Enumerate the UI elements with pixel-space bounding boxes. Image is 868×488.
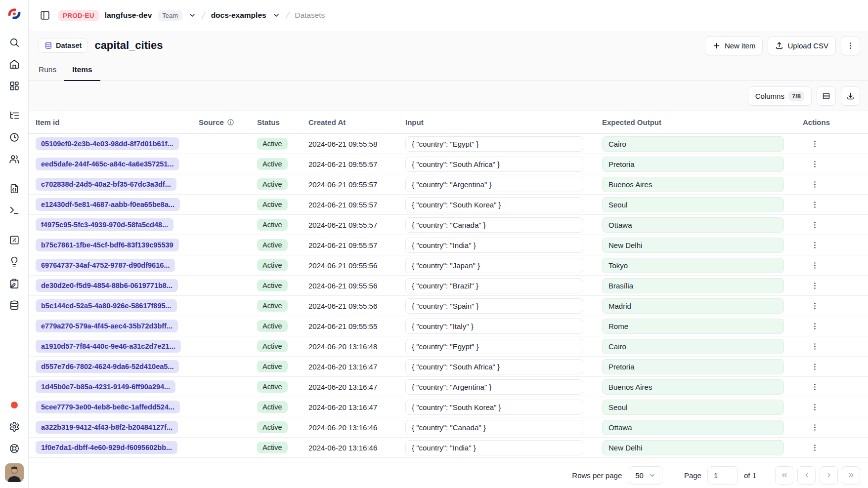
tab-runs[interactable]: Runs [39,65,64,81]
item-id-link[interactable]: 1d45b0e7-b85a-4231-9149-6ff90a294... [36,380,175,393]
sidebar-toggle-button[interactable] [38,8,52,23]
input-value[interactable]: { "country": "Canada" } [405,217,583,233]
input-value[interactable]: { "country": "South Africa" } [405,359,583,374]
breadcrumb-section[interactable]: Datasets [295,11,325,20]
breadcrumb-project[interactable]: docs-examples [211,11,266,20]
input-value[interactable]: { "country": "Spain" } [405,298,583,314]
input-value[interactable]: { "country": "Egypt" } [405,136,583,152]
tab-items[interactable]: Items [64,65,100,81]
expected-output-value[interactable]: Tokyo [602,258,784,273]
sidebar-item-datasets[interactable] [5,296,24,315]
row-actions-button[interactable] [808,177,822,192]
expected-output-value[interactable]: Brasília [602,278,784,293]
expected-output-value[interactable]: New Delhi [602,238,784,253]
sidebar-item-search[interactable] [5,33,24,52]
item-id-link[interactable]: c702838d-24d5-40a2-bf35-67dc3a3df... [36,178,176,191]
item-id-link[interactable]: b5c144cd-52a5-4a80-926e-58617f895... [36,299,177,312]
expected-output-value[interactable]: Cairo [602,136,784,152]
item-id-link[interactable]: de30d2e0-f5d9-4854-88b6-0619771b8... [36,279,178,292]
record-indicator[interactable] [5,396,24,414]
expected-output-value[interactable]: Ottawa [602,217,784,233]
langfuse-logo[interactable] [7,7,21,21]
item-id-link[interactable]: e779a270-579a-4f45-aec4-35b72d3bff... [36,320,178,332]
input-value[interactable]: { "country": "Argentina" } [405,177,583,192]
input-value[interactable]: { "country": "Egypt" } [405,339,583,354]
row-actions-button[interactable] [808,238,822,252]
item-id-link[interactable]: a1910d57-7f84-440c-9e46-a31c2d7e21... [36,340,181,353]
sidebar-item-users[interactable] [5,150,24,168]
first-page-button[interactable] [775,466,793,485]
input-value[interactable]: { "country": "Italy" } [405,319,583,334]
sidebar-item-prompts[interactable] [5,179,24,198]
sidebar-item-playground[interactable] [5,201,24,220]
expected-output-value[interactable]: Seoul [602,197,784,212]
input-value[interactable]: { "country": "Argentina" } [405,379,583,395]
input-value[interactable]: { "country": "South Korea" } [405,197,583,212]
input-value[interactable]: { "country": "Brazil" } [405,278,583,293]
row-actions-button[interactable] [808,339,822,354]
input-value[interactable]: { "country": "India" } [405,440,583,455]
row-height-button[interactable] [817,86,836,106]
input-value[interactable]: { "country": "India" } [405,238,583,253]
expected-output-value[interactable]: Pretoria [602,157,784,172]
breadcrumb-org[interactable]: langfuse-dev [105,11,152,20]
expected-output-value[interactable]: Cairo [602,339,784,354]
project-dropdown-trigger[interactable] [272,11,280,19]
previous-page-button[interactable] [797,466,816,485]
org-type-badge[interactable]: Team [158,10,182,21]
row-actions-button[interactable] [808,380,822,394]
page-number-input[interactable] [707,466,738,485]
export-button[interactable] [841,86,860,106]
input-value[interactable]: { "country": "South Africa" } [405,157,583,172]
row-actions-button[interactable] [808,258,822,273]
new-item-button[interactable]: New item [705,36,763,55]
item-id-link[interactable]: d557e7d6-7802-4624-9da6-52d410ea5... [36,360,179,373]
columns-button[interactable]: Columns 7/8 [748,86,812,106]
row-actions-button[interactable] [808,360,822,374]
item-id-link[interactable]: 05109ef0-2e3b-4e03-98dd-8f7d01b61f... [36,137,179,150]
user-avatar[interactable] [5,463,24,482]
input-value[interactable]: { "country": "South Korea" } [405,400,583,415]
dataset-actions-menu-button[interactable] [841,36,860,55]
sidebar-item-support[interactable] [5,439,24,458]
expected-output-value[interactable]: Ottawa [602,420,784,435]
row-actions-button[interactable] [808,420,822,435]
input-value[interactable]: { "country": "Canada" } [405,420,583,435]
environment-badge[interactable]: PROD-EU [58,10,99,21]
expected-output-value[interactable]: Seoul [602,400,784,415]
input-value[interactable]: { "country": "Japan" } [405,258,583,273]
row-actions-button[interactable] [808,400,822,414]
item-id-link[interactable]: e12430df-5e81-4687-aabb-f0ea65be8a... [36,198,180,211]
row-actions-button[interactable] [808,198,822,212]
expected-output-value[interactable]: New Delhi [602,440,784,455]
expected-output-value[interactable]: Rome [602,319,784,334]
item-id-link[interactable]: 1f0e7da1-dbff-4e60-929d-f6095602bb... [36,441,177,454]
expected-output-value[interactable]: Buenos Aires [602,379,784,395]
org-dropdown-trigger[interactable] [188,11,196,19]
item-id-link[interactable]: f4975c95-5fc3-4939-970d-58fa5cd48... [36,218,174,231]
sidebar-item-tracing[interactable] [5,106,24,125]
item-id-link[interactable]: 5cee7779-3e00-4eb8-be8c-1affedd524... [36,401,180,413]
row-actions-button[interactable] [808,218,822,232]
row-actions-button[interactable] [808,137,822,151]
rows-per-page-select[interactable]: 50 [629,466,662,485]
item-id-link[interactable]: a322b319-9412-4f43-b8f2-b20484127f... [36,421,178,434]
last-page-button[interactable] [842,466,860,485]
item-id-link[interactable]: eed5dafe-244f-465c-a84c-4a6e357251... [36,158,179,170]
row-actions-button[interactable] [808,157,822,171]
item-id-link[interactable]: b75c7861-1fbe-45cf-bdf6-83f139c95539 [36,239,179,251]
expected-output-value[interactable]: Madrid [602,298,784,314]
row-actions-button[interactable] [808,441,822,455]
sidebar-item-home[interactable] [5,55,24,74]
row-actions-button[interactable] [808,299,822,313]
sidebar-item-sessions[interactable] [5,128,24,147]
sidebar-item-annotation[interactable] [5,274,24,293]
sidebar-item-evaluation[interactable] [5,231,24,249]
sidebar-item-suggestions[interactable] [5,252,24,271]
item-id-link[interactable]: 69764737-34af-4752-9787-d90df9616... [36,259,175,272]
expected-output-value[interactable]: Buenos Aires [602,177,784,192]
sidebar-item-dashboards[interactable] [5,77,24,95]
row-actions-button[interactable] [808,279,822,293]
row-actions-button[interactable] [808,319,822,333]
expected-output-value[interactable]: Pretoria [602,359,784,374]
